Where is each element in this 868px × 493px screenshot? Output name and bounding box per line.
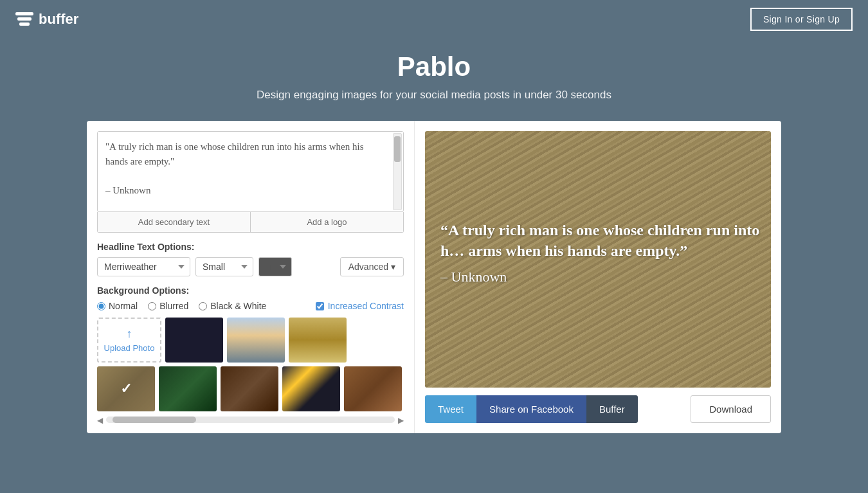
tab-secondary-text[interactable]: Add secondary text [98, 212, 251, 232]
action-buttons: Tweet Share on Facebook Buffer Download [425, 395, 771, 423]
hero-subtitle: Design engaging images for your social m… [0, 89, 868, 102]
hero-section: Pablo Design engaging images for your so… [0, 39, 868, 121]
facebook-button[interactable]: Share on Facebook [476, 395, 586, 423]
image-preview: “A truly rich man is one whose children … [425, 131, 771, 388]
font-select[interactable]: Merriweather Georgia Arial Open Sans [97, 257, 190, 276]
photo-thumb-coffee[interactable] [221, 366, 278, 411]
scrollbar-track [393, 133, 402, 210]
bg-options-label: Background Options: [97, 285, 404, 296]
bg-radio-row: Normal Blurred Black & White Increased C… [97, 301, 404, 311]
download-button[interactable]: Download [691, 395, 771, 423]
editor-tabs: Add secondary text Add a logo [97, 212, 404, 233]
chevron-down-icon: ▾ [391, 262, 395, 272]
photo-thumb-city[interactable] [282, 366, 340, 411]
right-panel: “A truly rich man is one whose children … [415, 121, 781, 433]
radio-bw[interactable]: Black & White [199, 301, 266, 311]
top-bar: buffer Sign In or Sign Up [0, 0, 868, 39]
tab-add-logo[interactable]: Add a logo [251, 212, 403, 232]
headline-options-label: Headline Text Options: [97, 242, 404, 252]
tweet-button[interactable]: Tweet [425, 395, 476, 423]
scroll-right-icon[interactable]: ▶ [398, 416, 404, 426]
scroll-left-icon[interactable]: ◀ [97, 416, 103, 426]
quote-textarea[interactable]: "A truly rich man is one whose children … [98, 132, 403, 209]
upload-icon: ↑ [127, 327, 132, 341]
logo-text: buffer [39, 11, 78, 28]
text-editor-container: "A truly rich man is one whose children … [97, 131, 404, 212]
photo-thumb-wheat[interactable] [289, 318, 347, 363]
left-panel: "A truly rich man is one whose children … [87, 121, 415, 433]
photo-gallery-row1: ↑ Upload Photo [97, 318, 404, 363]
photo-thumb-logs[interactable] [344, 366, 402, 411]
gallery-scrollbar-thumb [113, 417, 196, 423]
buffer-button[interactable]: Buffer [586, 395, 638, 423]
headline-options-row: Merriweather Georgia Arial Open Sans Sma… [97, 257, 404, 276]
scrollbar-thumb [394, 136, 401, 162]
buffer-icon [15, 12, 33, 26]
main-content: "A truly rich man is one whose children … [87, 121, 781, 433]
photo-thumb-green[interactable] [159, 366, 217, 411]
logo: buffer [15, 11, 78, 28]
size-select[interactable]: Small Medium Large [195, 257, 253, 276]
photo-gallery-row2 [97, 366, 404, 411]
preview-overlay: “A truly rich man is one whose children … [440, 220, 764, 286]
photo-thumb-dark[interactable] [165, 318, 223, 363]
preview-author: – Unknown [440, 269, 764, 286]
radio-blurred[interactable]: Blurred [148, 301, 188, 311]
color-select[interactable]: ■ □ ● [258, 257, 292, 276]
upload-photo-button[interactable]: ↑ Upload Photo [97, 318, 161, 363]
contrast-option[interactable]: Increased Contrast [316, 301, 404, 311]
gallery-scrollbar-wrapper: ◀ ▶ [106, 417, 395, 423]
radio-normal[interactable]: Normal [97, 301, 138, 311]
svg-rect-0 [15, 12, 33, 15]
svg-rect-1 [17, 17, 32, 21]
preview-quote: “A truly rich man is one whose children … [440, 220, 764, 262]
svg-rect-2 [19, 22, 30, 26]
advanced-button[interactable]: Advanced ▾ [340, 257, 404, 276]
gallery-scrollbar[interactable] [106, 417, 395, 423]
photo-thumb-selected[interactable] [97, 366, 155, 411]
photo-thumb-bridge[interactable] [227, 318, 285, 363]
sign-in-button[interactable]: Sign In or Sign Up [750, 8, 853, 31]
page-title: Pablo [0, 51, 868, 82]
